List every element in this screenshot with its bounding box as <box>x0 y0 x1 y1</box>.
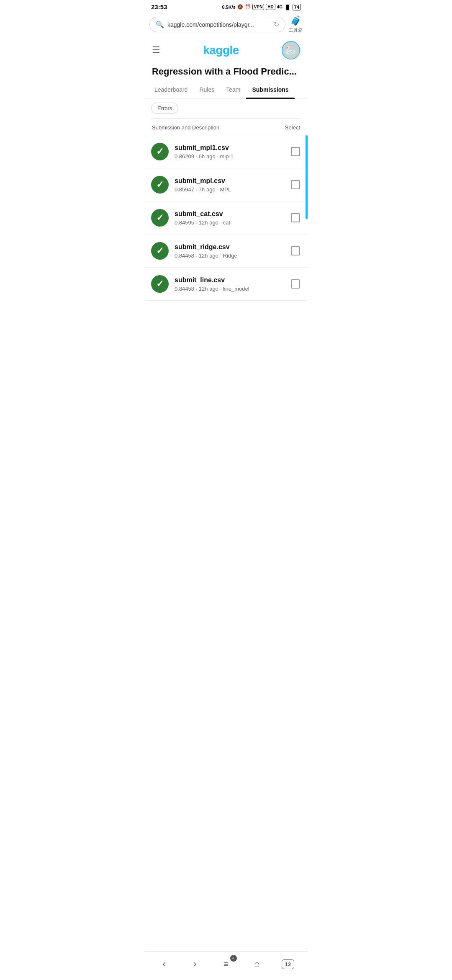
page-title: Regression with a Flood Predic... <box>144 64 308 81</box>
submission-name: submit_line.csv <box>175 276 285 284</box>
browser-bar: 🔍 kaggle.com/competitions/playgr... ↻ 🧳 … <box>144 12 308 37</box>
submission-name: submit_ridge.csv <box>175 243 285 251</box>
kaggle-logo[interactable]: kaggle <box>203 44 239 57</box>
alarm-icon: ⏰ <box>245 4 251 10</box>
status-check-icon: ✓ <box>151 143 169 160</box>
submission-name: submit_mpl1.csv <box>175 144 285 152</box>
hd-icon: HD <box>266 4 275 10</box>
status-time: 23:53 <box>151 3 167 10</box>
submission-name: submit_mpl.csv <box>175 177 285 185</box>
select-checkbox[interactable] <box>291 246 300 255</box>
list-item: ✓ submit_mpl1.csv 0.86209 · 6h ago · mlp… <box>144 135 308 168</box>
4g-icon: 4G <box>277 5 282 9</box>
toolbox-icon: 🧳 <box>290 15 301 26</box>
submission-meta: 0.86209 · 6h ago · mlp-1 <box>175 153 285 160</box>
submission-meta: 0.84458 · 12h ago · line_model <box>175 286 285 292</box>
list-item: ✓ submit_mpl.csv 0.85947 · 7h ago · MPL <box>144 168 308 201</box>
tab-team[interactable]: Team <box>220 81 246 98</box>
status-check-icon: ✓ <box>151 176 169 193</box>
tab-leaderboard[interactable]: Leaderboard <box>149 81 193 98</box>
status-icons: 0.5K/s 🔕 ⏰ VPN HD 4G ▐▌ 74 <box>222 4 301 10</box>
tab-rules[interactable]: Rules <box>193 81 220 98</box>
select-checkbox[interactable] <box>291 213 300 222</box>
status-check-icon: ✓ <box>151 242 169 260</box>
filter-area: Errors <box>144 98 308 118</box>
list-item: ✓ submit_cat.csv 0.84595 · 12h ago · cat <box>144 201 308 235</box>
select-checkbox[interactable] <box>291 180 300 189</box>
submission-meta: 0.84458 · 12h ago · Ridge <box>175 253 285 259</box>
reload-icon[interactable]: ↻ <box>274 21 279 28</box>
submission-meta: 0.84595 · 12h ago · cat <box>175 219 285 226</box>
select-checkbox[interactable] <box>291 147 300 156</box>
list-item: ✓ submit_ridge.csv 0.84458 · 12h ago · R… <box>144 235 308 268</box>
signal-icon: ▐▌ <box>284 5 291 10</box>
status-check-icon: ✓ <box>151 275 169 293</box>
mute-icon: 🔕 <box>237 4 243 10</box>
toolbox-button[interactable]: 🧳 工具箱 <box>289 15 303 34</box>
submission-meta: 0.85947 · 7h ago · MPL <box>175 186 285 193</box>
search-icon: 🔍 <box>156 21 164 28</box>
avatar[interactable]: 🦢 <box>282 41 300 59</box>
network-speed: 0.5K/s <box>222 5 235 10</box>
tab-submissions[interactable]: Submissions <box>246 81 294 98</box>
list-item: ✓ submit_line.csv 0.84458 · 12h ago · li… <box>144 268 308 301</box>
status-bar: 23:53 0.5K/s 🔕 ⏰ VPN HD 4G ▐▌ 74 <box>144 0 308 12</box>
avatar-image: 🦢 <box>282 42 299 59</box>
submission-name: submit_cat.csv <box>175 210 285 218</box>
url-bar[interactable]: 🔍 kaggle.com/competitions/playgr... ↻ <box>149 17 285 32</box>
url-text: kaggle.com/competitions/playgr... <box>167 21 270 28</box>
select-column-header: Select <box>285 124 300 131</box>
errors-filter-button[interactable]: Errors <box>151 103 178 114</box>
scroll-indicator <box>306 135 308 219</box>
tabs-container: Leaderboard Rules Team Submissions <box>144 81 308 98</box>
toolbox-label: 工具箱 <box>289 27 303 34</box>
submission-list: ✓ submit_mpl1.csv 0.86209 · 6h ago · mlp… <box>144 135 308 301</box>
select-checkbox[interactable] <box>291 279 300 289</box>
table-header: Submission and Description Select <box>144 119 308 135</box>
submission-column-header: Submission and Description <box>152 124 219 131</box>
kaggle-header: ☰ kaggle 🦢 <box>144 37 308 64</box>
status-check-icon: ✓ <box>151 209 169 227</box>
hamburger-menu[interactable]: ☰ <box>152 45 160 56</box>
battery-indicator: 74 <box>293 4 301 10</box>
vpn-icon: VPN <box>252 4 265 10</box>
